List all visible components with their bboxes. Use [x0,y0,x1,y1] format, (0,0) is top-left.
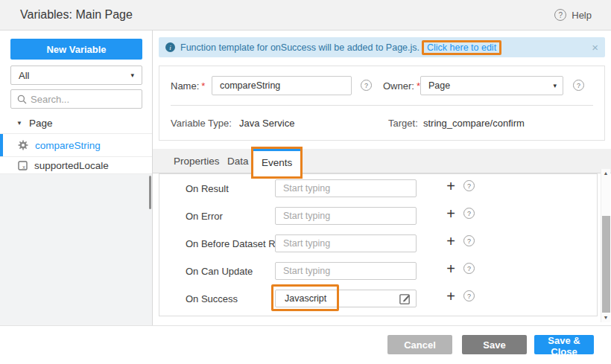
add-action-icon[interactable]: + [444,261,458,278]
sidebar-empty-area [0,174,152,325]
on-success-value: Javascript [285,293,326,304]
variable-detail-panel: i Function template for onSuccess will b… [153,31,611,325]
tree-group-label: Page [29,118,53,129]
tab-bar: Properties Data Events [153,149,611,173]
edit-script-button[interactable] [399,293,411,305]
on-success-field[interactable]: Javascript [275,290,417,307]
info-banner: i Function template for onSuccess will b… [159,37,605,57]
scroll-up-icon[interactable]: ▲ [601,169,610,178]
save-and-close-button[interactable]: Save & Close [534,335,594,354]
dialog-header: Variables: Main Page ? Help [0,0,611,31]
svg-text:x: x [22,164,25,169]
vertical-scrollbar[interactable]: ▲ ▼ [601,169,610,322]
event-row-on-error: On Error + ? [159,205,597,227]
variable-type-label: Variable Type: [171,118,232,129]
chevron-down-icon: ▾ [130,71,134,79]
on-before-dataset-ready-input[interactable] [275,234,417,252]
add-action-icon[interactable]: + [444,178,458,195]
dialog-footer: Cancel Save Save & Close [0,325,611,364]
close-icon[interactable]: × [592,41,598,54]
on-can-update-input[interactable] [275,262,417,280]
add-action-icon[interactable]: + [444,205,458,223]
sidebar-scrollbar[interactable] [149,176,151,209]
new-variable-button[interactable]: New Variable [10,39,142,60]
owner-select[interactable]: Page ▾ [420,76,563,95]
help-circle-icon: ? [554,9,566,21]
type-target-row: Variable Type: Java Service Target: stri… [171,113,593,132]
chevron-down-icon: ▾ [553,82,557,89]
on-error-input[interactable] [275,207,417,225]
selected-indicator [0,134,3,156]
banner-text: Function template for onSuccess will be … [180,42,420,53]
event-help-icon[interactable]: ? [463,208,475,219]
event-help-icon[interactable]: ? [463,290,475,301]
event-label: On Error [186,211,223,222]
tab-data[interactable]: Data [227,149,249,173]
search-input[interactable] [31,94,131,105]
variable-summary-box: Name:* ? Owner:* Page ▾ ? Variable Type:… [159,66,605,141]
name-owner-row: Name:* ? Owner:* Page ▾ ? [171,76,593,95]
event-help-icon[interactable]: ? [463,180,475,191]
scrollbar-thumb[interactable] [602,216,610,313]
event-help-icon[interactable]: ? [463,263,475,274]
sidebar-item-comparestring[interactable]: compareString [0,134,152,157]
event-row-on-result: On Result + ? [159,177,597,199]
tree-group-page[interactable]: ▼ Page [0,112,152,134]
save-button[interactable]: Save [462,335,527,354]
variable-search [10,89,142,109]
cancel-button[interactable]: Cancel [387,335,452,354]
event-label: On Success [186,293,238,304]
help-label: Help [572,10,592,21]
filter-value: All [19,70,29,81]
add-action-icon[interactable]: + [444,233,458,250]
tree-collapse-icon: ▼ [16,120,22,127]
event-row-on-success: On Success Javascript + ? [159,287,597,310]
variables-dialog: Variables: Main Page ? Help New Variable… [0,0,611,364]
variable-type-value: Java Service [239,118,294,129]
target-value: string_compare/confirm [423,118,525,129]
scroll-down-icon[interactable]: ▼ [601,313,610,322]
page-title: Variables: Main Page [20,8,133,22]
help-button[interactable]: ? Help [554,9,592,21]
tree-item-label: compareString [35,140,101,151]
service-variable-icon [18,140,28,150]
required-marker: * [201,80,205,92]
variables-sidebar: New Variable All ▾ ▼ Page [0,31,153,325]
click-here-to-edit-link[interactable]: Click here to edit [422,40,501,55]
owner-help-icon[interactable]: ? [573,80,584,91]
target-label: Target: [388,118,418,129]
event-help-icon[interactable]: ? [463,235,475,246]
add-action-icon[interactable]: + [444,288,458,305]
info-icon: i [165,42,175,52]
event-label: On Result [186,183,229,194]
variable-filter-select[interactable]: All ▾ [10,66,142,85]
event-label: On Can Update [186,266,253,277]
event-row-on-can-update: On Can Update + ? [159,260,597,282]
name-field[interactable] [212,76,352,95]
events-panel: On Result + ? On Error + ? On Before Dat… [159,173,598,316]
locale-variable-icon: x [18,161,28,170]
sidebar-item-supportedlocale[interactable]: x supportedLocale [0,157,152,174]
owner-value: Page [428,80,450,91]
tab-events[interactable]: Events [253,149,300,176]
form-divider [171,105,593,106]
on-result-input[interactable] [275,179,417,197]
owner-label: Owner:* [383,80,420,92]
event-row-on-before-dataset-ready: On Before Dataset Ready + ? [159,232,597,255]
tab-properties[interactable]: Properties [174,149,220,173]
edit-icon [399,293,411,305]
name-help-icon[interactable]: ? [361,80,372,91]
search-icon [17,95,27,104]
tree-item-label: supportedLocale [34,160,109,171]
name-label: Name:* [171,80,205,92]
